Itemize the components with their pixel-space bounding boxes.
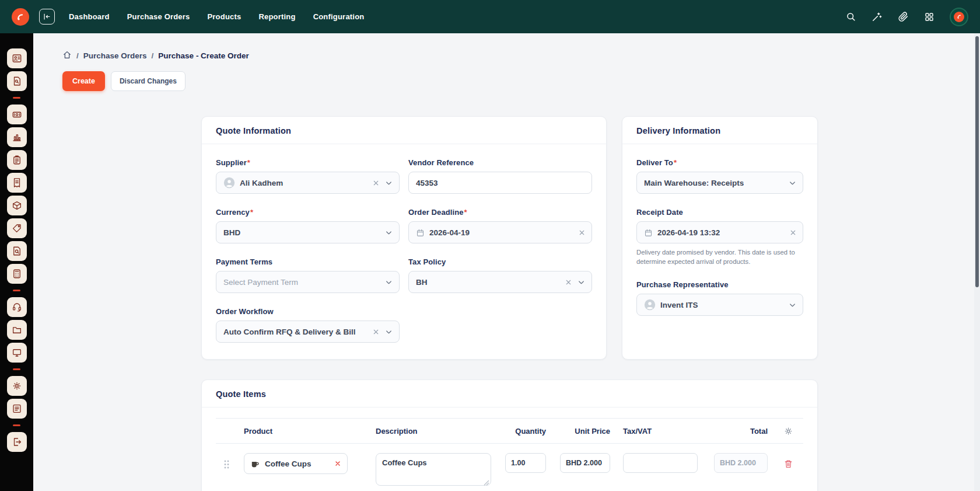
logout-icon (12, 437, 22, 447)
items-table-header: Product Description Quantity Unit Price … (216, 418, 803, 444)
sidebar-item-inventory[interactable] (7, 196, 27, 215)
sidebar-item-logout[interactable] (7, 432, 27, 452)
sidebar-group-separator (13, 368, 20, 370)
delivery-information-card: Delivery Information Deliver To* Main Wa… (622, 116, 818, 360)
logs-icon (12, 403, 22, 414)
contacts-icon (12, 53, 22, 64)
deliver-to-select[interactable]: Main Warehouse: Receipts (636, 172, 803, 194)
sidebar-item-planning[interactable] (7, 150, 27, 170)
field-deliver-to: Deliver To* Main Warehouse: Receipts (636, 158, 803, 194)
sidebar-item-pricing[interactable] (7, 218, 27, 238)
sidebar-item-settings[interactable] (7, 376, 27, 396)
chevron-down-icon (384, 228, 393, 237)
quote-item-row: Coffee Cups Coffee Cups (216, 444, 803, 491)
sidebar-item-logs[interactable] (7, 399, 27, 419)
clear-icon[interactable] (565, 278, 572, 286)
tax-vat-input[interactable] (623, 453, 698, 473)
clear-icon[interactable] (372, 328, 380, 336)
remove-product-icon[interactable] (334, 460, 341, 467)
required-mark: * (247, 158, 250, 167)
clear-icon[interactable] (789, 229, 797, 236)
quantity-input[interactable] (505, 453, 546, 473)
vendor-reference-input[interactable] (408, 172, 592, 194)
supplier-label: Supplier* (216, 158, 400, 167)
calendar-icon (416, 228, 425, 237)
sidebar-group-separator (13, 424, 20, 426)
sidebar-item-payments[interactable] (7, 105, 27, 124)
supplier-select[interactable]: Ali Kadhem (216, 172, 400, 194)
payment-terms-label: Payment Terms (216, 257, 400, 266)
chevron-down-icon (577, 278, 586, 287)
column-description: Description (369, 427, 497, 436)
nav-configuration[interactable]: Configuration (313, 12, 365, 21)
tax-policy-select[interactable]: BH (408, 271, 592, 293)
user-avatar[interactable] (950, 8, 968, 26)
table-settings-gear-icon[interactable] (774, 426, 803, 436)
field-tax-policy: Tax Policy BH (408, 257, 592, 293)
create-button[interactable]: Create (62, 71, 105, 91)
resize-grip-icon[interactable] (484, 480, 489, 486)
breadcrumb-purchase-orders[interactable]: Purchase Orders (83, 51, 147, 60)
page-actions: Create Discard Changes (62, 71, 974, 91)
unit-price-input[interactable] (560, 453, 610, 473)
delivery-information-title: Delivery Information (622, 117, 817, 144)
sidebar-item-reports[interactable] (7, 127, 27, 147)
quote-information-title: Quote Information (202, 117, 606, 144)
field-supplier: Supplier* Ali Kadhem (216, 158, 400, 194)
sidebar-item-files[interactable] (7, 320, 27, 340)
sidebar-item-document-search[interactable] (7, 241, 27, 261)
top-nav-right (845, 8, 968, 26)
clear-icon[interactable] (372, 179, 380, 187)
currency-select[interactable]: BHD (216, 221, 400, 243)
purchase-representative-label: Purchase Representative (636, 280, 803, 289)
order-deadline-input[interactable]: 2026-04-19 (408, 221, 592, 243)
settings-icon (12, 381, 22, 391)
product-select[interactable]: Coffee Cups (244, 453, 348, 474)
search-icon[interactable] (845, 11, 856, 23)
nav-products[interactable]: Products (207, 12, 241, 21)
sidebar-group-separator (13, 97, 20, 99)
sidebar-item-contacts[interactable] (7, 48, 27, 68)
scrollbar-track[interactable] (974, 33, 980, 491)
nav-purchase-orders[interactable]: Purchase Orders (127, 12, 190, 21)
scrollbar-thumb[interactable] (975, 36, 979, 287)
column-tax-vat: Tax/VAT (616, 427, 704, 436)
quote-items-card: Quote Items Product Description Quantity… (201, 379, 818, 491)
sidebar-item-screens[interactable] (7, 343, 27, 363)
receipt-date-input[interactable]: 2026-04-19 13:32 (636, 221, 803, 243)
discard-changes-button[interactable]: Discard Changes (111, 71, 186, 91)
sidebar-item-invoices[interactable] (7, 173, 27, 193)
magic-wand-icon[interactable] (871, 11, 883, 23)
drag-handle[interactable] (216, 453, 237, 469)
delete-row-icon[interactable] (774, 453, 803, 469)
chevron-down-icon (384, 278, 393, 287)
apps-grid-icon[interactable] (923, 11, 935, 23)
sidebar-collapse-button[interactable] (39, 9, 55, 25)
sidebar-item-accounting[interactable] (7, 264, 27, 284)
field-receipt-date: Receipt Date 2026-04-19 13:32 Delivery d… (636, 208, 803, 266)
receipt-date-label: Receipt Date (636, 208, 803, 217)
order-workflow-select[interactable]: Auto Confirm RFQ & Delivery & Bill (216, 321, 400, 343)
nav-dashboard[interactable]: Dashboard (69, 12, 110, 21)
description-textarea[interactable]: Coffee Cups (376, 453, 491, 486)
clear-icon[interactable] (578, 229, 586, 236)
avatar-logo-icon (954, 12, 964, 22)
currency-label: Currency* (216, 208, 400, 217)
sidebar-item-support[interactable] (7, 297, 27, 317)
nav-reporting[interactable]: Reporting (258, 12, 295, 21)
required-mark: * (250, 208, 253, 217)
receipt-date-help-text: Delivery date promised by vendor. This d… (636, 248, 803, 266)
purchase-representative-select[interactable]: Invent ITS (636, 294, 803, 316)
support-icon (12, 302, 22, 312)
field-order-deadline: Order Deadline* 2026-04-19 (408, 208, 592, 243)
attachment-icon[interactable] (897, 11, 909, 23)
invoices-icon (12, 177, 22, 188)
planning-icon (12, 155, 22, 165)
sidebar-item-purchase-documents[interactable] (7, 71, 27, 91)
home-icon[interactable] (62, 50, 72, 61)
field-vendor-reference: Vendor Reference (408, 158, 592, 194)
breadcrumb-separator: / (76, 51, 79, 60)
total-input (714, 453, 768, 473)
quote-items-title: Quote Items (202, 380, 817, 407)
payment-terms-select[interactable]: Select Payment Term (216, 271, 400, 293)
